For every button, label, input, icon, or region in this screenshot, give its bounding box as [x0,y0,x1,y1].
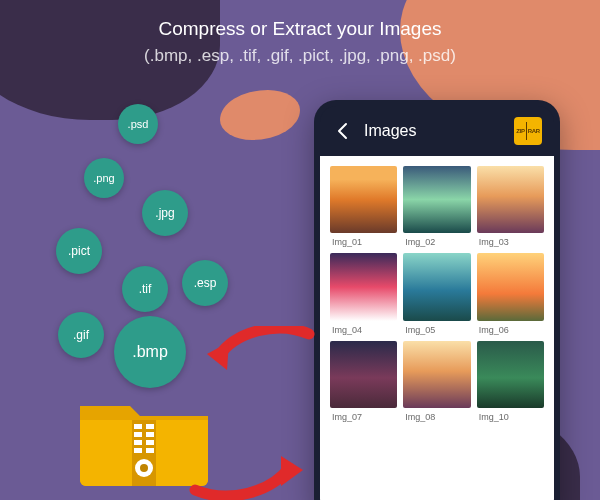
chevron-left-icon [334,122,352,140]
headline: Compress or Extract your Images [0,18,600,40]
app-icon-left: ZIP [516,128,524,134]
svg-rect-8 [146,448,154,453]
svg-rect-5 [134,440,142,445]
svg-rect-3 [134,432,142,437]
svg-rect-2 [146,424,154,429]
image-thumb[interactable]: Img_10 [477,341,544,422]
image-thumb[interactable]: Img_08 [403,341,470,422]
format-bubble-png: .png [84,158,124,198]
thumbnail-icon [403,253,470,320]
format-bubble-bmp: .bmp [114,316,186,388]
format-bubble-gif: .gif [58,312,104,358]
thumbnail-icon [330,341,397,408]
image-thumb[interactable]: Img_05 [403,253,470,334]
subheadline: (.bmp, .esp, .tif, .gif, .pict, .jpg, .p… [0,46,600,66]
phone-mockup: Images ZIP RAR Img_01 Img_02 Img_03 Img_… [314,100,560,500]
thumb-label: Img_08 [403,412,470,422]
image-thumb[interactable]: Img_01 [330,166,397,247]
formats-stage: .psd .png .jpg .pict .tif .esp .gif .bmp [40,100,260,480]
thumbnail-icon [403,341,470,408]
image-thumb[interactable]: Img_07 [330,341,397,422]
svg-rect-4 [146,432,154,437]
swap-arrow-left-icon [205,326,315,372]
thumb-label: Img_10 [477,412,544,422]
thumb-label: Img_02 [403,237,470,247]
svg-rect-6 [146,440,154,445]
image-thumb[interactable]: Img_02 [403,166,470,247]
format-bubble-jpg: .jpg [142,190,188,236]
thumbnail-icon [477,166,544,233]
thumb-label: Img_06 [477,325,544,335]
thumbnail-icon [403,166,470,233]
thumb-label: Img_03 [477,237,544,247]
thumb-label: Img_07 [330,412,397,422]
back-button[interactable] [332,120,354,142]
phone-topbar: Images ZIP RAR [320,106,554,156]
format-bubble-pict: .pict [56,228,102,274]
app-icon-divider [526,122,527,140]
swap-arrow-right-icon [185,454,305,500]
thumb-label: Img_05 [403,325,470,335]
format-bubble-psd: .psd [118,104,158,144]
image-thumb[interactable]: Img_04 [330,253,397,334]
format-bubble-esp: .esp [182,260,228,306]
thumbnail-icon [477,341,544,408]
svg-rect-7 [134,448,142,453]
thumbnail-icon [477,253,544,320]
image-grid: Img_01 Img_02 Img_03 Img_04 Img_05 Img_0… [320,156,554,500]
thumb-label: Img_04 [330,325,397,335]
image-thumb[interactable]: Img_03 [477,166,544,247]
app-icon-right: RAR [528,128,540,134]
app-icon[interactable]: ZIP RAR [514,117,542,145]
thumbnail-icon [330,166,397,233]
screen-title: Images [364,122,514,140]
svg-rect-1 [134,424,142,429]
thumb-label: Img_01 [330,237,397,247]
svg-point-10 [140,464,148,472]
thumbnail-icon [330,253,397,320]
format-bubble-tif: .tif [122,266,168,312]
image-thumb[interactable]: Img_06 [477,253,544,334]
